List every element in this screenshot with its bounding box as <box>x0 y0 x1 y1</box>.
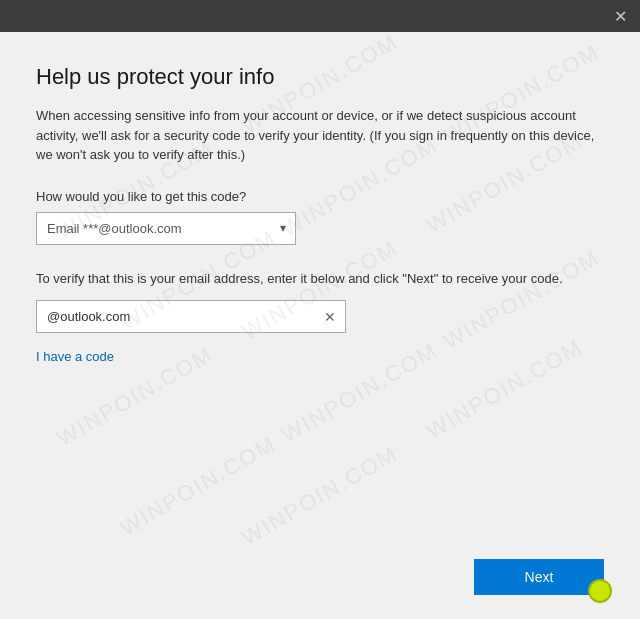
have-code-link[interactable]: I have a code <box>36 349 604 364</box>
dialog-container: ✕ WINPOIN.COM WINPOIN.COM WINPOIN.COM WI… <box>0 0 640 619</box>
close-icon: ✕ <box>614 7 627 26</box>
content-area: WINPOIN.COM WINPOIN.COM WINPOIN.COM WINP… <box>0 32 640 547</box>
verify-description-text: To verify that this is your email addres… <box>36 269 604 289</box>
next-button[interactable]: Next <box>474 559 604 595</box>
email-input-container: ✕ <box>36 300 346 333</box>
email-input[interactable] <box>36 300 346 333</box>
page-title: Help us protect your info <box>36 64 604 90</box>
close-button[interactable]: ✕ <box>608 4 632 28</box>
watermark-text: WINPOIN.COM <box>439 244 604 355</box>
clear-input-button[interactable]: ✕ <box>320 308 340 326</box>
code-method-dropdown[interactable]: Email ***@outlook.com <box>36 212 296 245</box>
code-method-dropdown-container: Email ***@outlook.com ▾ <box>36 212 296 245</box>
cursor-indicator <box>588 579 612 603</box>
description-text: When accessing sensitive info from your … <box>36 106 604 165</box>
next-button-label: Next <box>525 569 554 585</box>
footer: Next <box>0 547 640 619</box>
title-bar: ✕ <box>0 0 640 32</box>
how-to-get-code-label: How would you like to get this code? <box>36 189 604 204</box>
